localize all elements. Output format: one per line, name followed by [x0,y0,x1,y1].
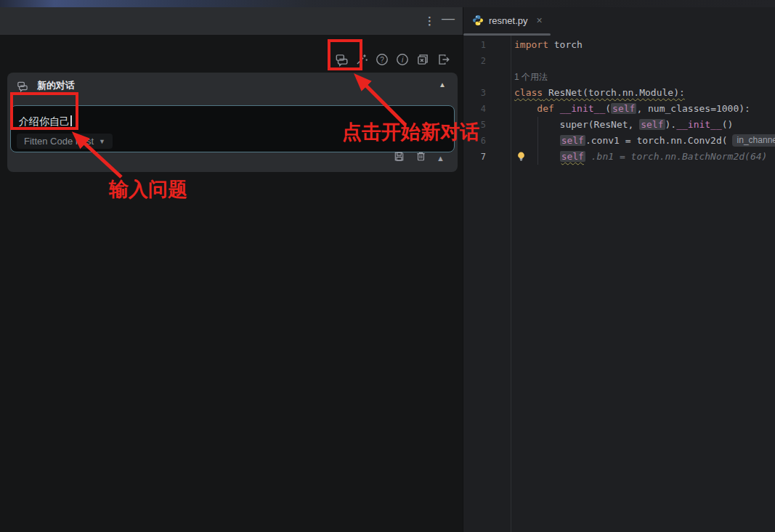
usage-hint-row[interactable]: 1 个用法 [463,69,775,85]
fitten-code-tool-window: ⋮ — ? [0,7,463,532]
chat-panel-header: 新的对话 ▲ [7,73,458,99]
chat-panel-actions: ▲ [393,150,445,165]
delete-icon[interactable] [415,150,427,165]
exit-icon[interactable] [436,45,450,74]
send-icon[interactable]: ▲ [437,154,445,163]
new-chat-panel: 新的对话 ▲ 介绍你自己 Fitten Code Fast ▼ [7,73,458,172]
help-icon[interactable]: ? [375,45,389,74]
active-tab-indicator [463,33,551,36]
chat-bubbles-icon [16,80,28,92]
code-line: 5 super(ResNet, self).__init__() [463,117,775,133]
model-selector-label: Fitten Code Fast [24,136,94,147]
svg-text:i: i [402,56,404,64]
collapse-panel-icon[interactable]: ▲ [439,81,446,89]
new-chat-icon[interactable] [334,45,349,74]
code-line: 4 def __init__(self, num_classes=1000): [463,101,775,117]
save-icon[interactable] [393,150,405,165]
text-cursor [70,115,72,126]
code-line: 1import torch [463,37,775,53]
editor-pane: resnet.py × 1import torch21 个用法3class Re… [463,7,775,532]
info-icon[interactable]: i [395,45,410,74]
code-line: 7 self .bn1 = torch.nn.BatchNorm2d(64) [463,149,775,165]
kebab-menu-icon[interactable]: ⋮ [424,14,435,28]
close-all-icon[interactable] [415,45,430,74]
intention-bulb-icon[interactable] [516,151,527,165]
python-icon [472,15,484,26]
tool-window-header: ⋮ — [0,7,463,35]
editor-tab-bar: resnet.py × [463,7,775,33]
tab-label: resnet.py [489,15,527,26]
close-tab-icon[interactable]: × [536,15,542,26]
window-title-bar [0,0,775,7]
magic-wand-icon[interactable] [354,45,369,74]
code-line: 6 self.conv1 = torch.nn.Conv2d(in_channe… [463,133,775,149]
model-selector-dropdown[interactable]: Fitten Code Fast ▼ [17,134,113,149]
tab-resnet-py[interactable]: resnet.py × [463,7,550,33]
app-window: ⋮ — ? [0,0,775,532]
code-line: 3class ResNet(torch.nn.Module): [463,85,775,101]
chevron-down-icon: ▼ [99,138,105,145]
plugin-toolbar: ? i [334,45,450,74]
minimize-icon[interactable]: — [442,11,455,26]
svg-text:?: ? [380,56,384,64]
code-line: 2 [463,53,775,69]
question-input[interactable]: 介绍你自己 Fitten Code Fast ▼ [10,105,455,152]
question-input-value: 介绍你自己 [19,115,72,128]
code-lines[interactable]: 1import torch21 个用法3class ResNet(torch.n… [463,37,775,165]
parameter-inlay-hint: in_channel [732,134,775,147]
chat-panel-title: 新的对话 [37,79,75,92]
